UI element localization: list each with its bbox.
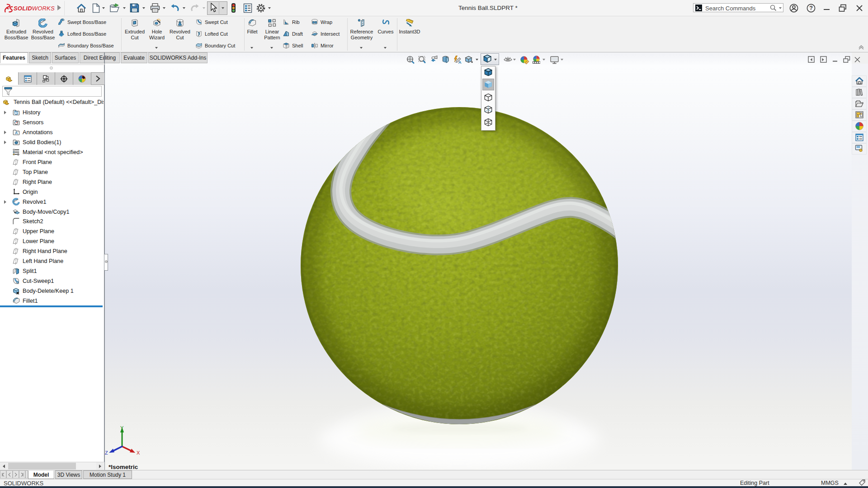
svg-text:X: X	[137, 450, 140, 455]
svg-text:Z: Z	[105, 450, 108, 455]
svg-text:Y: Y	[120, 425, 124, 431]
svg-text:?: ?	[809, 5, 813, 11]
svg-text:A: A	[15, 131, 18, 135]
svg-text:A: A	[458, 60, 462, 65]
